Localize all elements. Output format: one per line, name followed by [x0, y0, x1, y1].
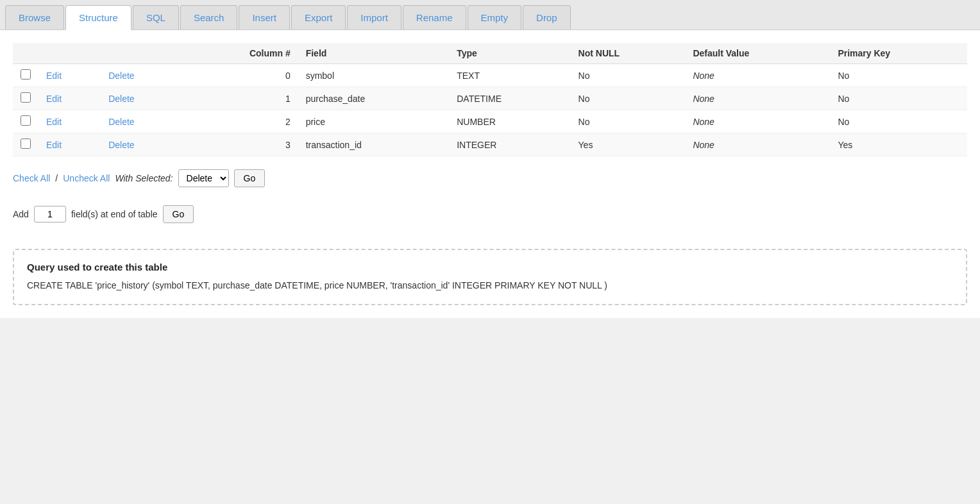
add-fields-go-button[interactable]: Go	[163, 205, 194, 223]
structure-table: Column # Field Type Not NULL Default Val…	[13, 43, 967, 156]
row-2-checkbox[interactable]	[21, 115, 31, 126]
row-1-default: None	[685, 87, 830, 110]
th-primary-key: Primary Key	[830, 43, 967, 64]
action-select[interactable]: Delete	[178, 169, 229, 187]
row-1-edit-link[interactable]: Edit	[46, 94, 62, 104]
tab-insert[interactable]: Insert	[239, 5, 290, 29]
row-0-not-null: No	[571, 64, 686, 87]
th-col-num: Column #	[184, 43, 298, 64]
row-0-checkbox-cell	[13, 64, 38, 87]
row-0-field: symbol	[298, 64, 450, 87]
add-fields-input[interactable]	[34, 206, 66, 223]
page-wrapper: Browse Structure SQL Search Insert Expor…	[0, 0, 980, 504]
row-3-edit-link[interactable]: Edit	[46, 140, 62, 150]
table-row: Edit Delete 1 purchase_date DATETIME No …	[13, 87, 967, 110]
main-content: Column # Field Type Not NULL Default Val…	[0, 30, 980, 318]
row-2-pk: No	[830, 110, 967, 133]
row-1-delete-cell: Delete	[101, 87, 184, 110]
th-not-null: Not NULL	[571, 43, 686, 64]
tab-bar: Browse Structure SQL Search Insert Expor…	[0, 0, 980, 30]
query-box-content: CREATE TABLE 'price_history' (symbol TEX…	[27, 279, 953, 292]
separator: /	[55, 173, 58, 183]
row-3-delete-link[interactable]: Delete	[108, 140, 134, 150]
tab-drop[interactable]: Drop	[523, 5, 571, 29]
tab-search[interactable]: Search	[180, 5, 238, 29]
tab-rename[interactable]: Rename	[403, 5, 466, 29]
row-3-field: transaction_id	[298, 133, 450, 156]
row-1-pk: No	[830, 87, 967, 110]
row-1-col-num: 1	[184, 87, 298, 110]
row-1-delete-link[interactable]: Delete	[108, 94, 134, 104]
th-default-value: Default Value	[685, 43, 830, 64]
tab-export[interactable]: Export	[291, 5, 346, 29]
row-0-checkbox[interactable]	[21, 69, 31, 80]
th-edit	[38, 43, 101, 64]
query-box: Query used to create this table CREATE T…	[13, 249, 967, 305]
tab-structure[interactable]: Structure	[65, 5, 131, 30]
table-row: Edit Delete 3 transaction_id INTEGER Yes…	[13, 133, 967, 156]
tab-empty[interactable]: Empty	[468, 5, 522, 29]
th-type: Type	[449, 43, 570, 64]
row-2-type: NUMBER	[449, 110, 570, 133]
row-2-delete-cell: Delete	[101, 110, 184, 133]
th-field: Field	[298, 43, 450, 64]
tab-sql[interactable]: SQL	[133, 5, 179, 29]
add-label-suffix: field(s) at end of table	[71, 209, 158, 219]
row-3-pk: Yes	[830, 133, 967, 156]
table-row: Edit Delete 0 symbol TEXT No None No	[13, 64, 967, 87]
row-2-field: price	[298, 110, 450, 133]
row-3-checkbox-cell	[13, 133, 38, 156]
row-0-delete-link[interactable]: Delete	[108, 71, 134, 81]
th-delete	[101, 43, 184, 64]
row-3-checkbox[interactable]	[21, 139, 31, 149]
row-1-checkbox-cell	[13, 87, 38, 110]
row-1-checkbox[interactable]	[21, 92, 31, 103]
row-2-delete-link[interactable]: Delete	[108, 117, 134, 127]
add-label-prefix: Add	[13, 209, 29, 219]
row-2-not-null: No	[571, 110, 686, 133]
add-fields-row: Add field(s) at end of table Go	[13, 194, 967, 230]
row-3-col-num: 3	[184, 133, 298, 156]
row-2-default: None	[685, 110, 830, 133]
row-0-col-num: 0	[184, 64, 298, 87]
query-box-title: Query used to create this table	[27, 262, 953, 273]
row-3-delete-cell: Delete	[101, 133, 184, 156]
row-3-edit-cell: Edit	[38, 133, 101, 156]
row-3-type: INTEGER	[449, 133, 570, 156]
row-2-edit-link[interactable]: Edit	[46, 117, 62, 127]
row-2-col-num: 2	[184, 110, 298, 133]
row-2-edit-cell: Edit	[38, 110, 101, 133]
row-1-type: DATETIME	[449, 87, 570, 110]
row-0-default: None	[685, 64, 830, 87]
toolbar-go-button[interactable]: Go	[234, 169, 266, 187]
tab-import[interactable]: Import	[347, 5, 401, 29]
row-3-not-null: Yes	[571, 133, 686, 156]
row-3-default: None	[685, 133, 830, 156]
tab-browse[interactable]: Browse	[5, 5, 64, 29]
uncheck-all-link[interactable]: Uncheck All	[63, 173, 110, 183]
with-selected-label: With Selected:	[115, 173, 173, 183]
th-checkbox	[13, 43, 38, 64]
row-2-checkbox-cell	[13, 110, 38, 133]
row-0-edit-link[interactable]: Edit	[46, 71, 62, 81]
row-0-pk: No	[830, 64, 967, 87]
row-1-edit-cell: Edit	[38, 87, 101, 110]
row-0-type: TEXT	[449, 64, 570, 87]
row-0-edit-cell: Edit	[38, 64, 101, 87]
row-1-not-null: No	[571, 87, 686, 110]
row-1-field: purchase_date	[298, 87, 450, 110]
table-header-row: Column # Field Type Not NULL Default Val…	[13, 43, 967, 64]
bottom-toolbar: Check All / Uncheck All With Selected: D…	[13, 163, 967, 194]
check-all-link[interactable]: Check All	[13, 173, 50, 183]
row-0-delete-cell: Delete	[101, 64, 184, 87]
table-row: Edit Delete 2 price NUMBER No None No	[13, 110, 967, 133]
